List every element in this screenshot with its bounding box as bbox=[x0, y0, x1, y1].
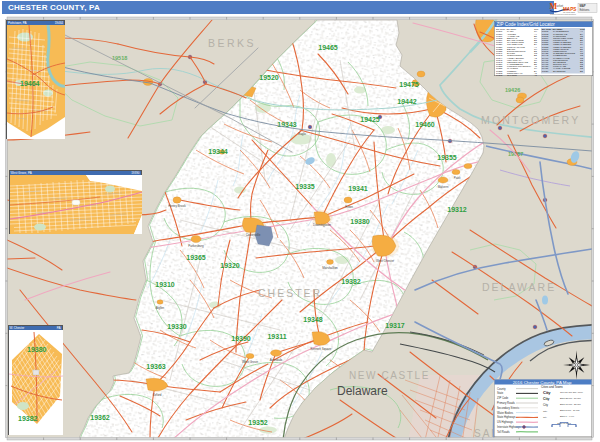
svg-text:West Grove: West Grove bbox=[242, 360, 258, 364]
svg-text:West Chester: West Chester bbox=[376, 259, 394, 263]
svg-text:CHESTER: CHESTER bbox=[258, 287, 322, 299]
svg-text:19355: 19355 bbox=[437, 154, 457, 161]
svg-text:19520: 19520 bbox=[259, 74, 279, 81]
svg-text:Downingtown: Downingtown bbox=[313, 223, 331, 227]
svg-text:19390: 19390 bbox=[231, 335, 251, 342]
svg-text:NEW CASTLE: NEW CASTLE bbox=[349, 370, 430, 381]
svg-text:Exton: Exton bbox=[345, 205, 353, 209]
svg-text:19310: 19310 bbox=[155, 281, 175, 288]
svg-text:Toll Roads: Toll Roads bbox=[497, 429, 510, 433]
svg-text:19380: 19380 bbox=[350, 218, 370, 225]
svg-text:City: City bbox=[543, 402, 549, 406]
svg-text:ZIP Code: ZIP Code bbox=[497, 396, 509, 400]
svg-text:Editions: Editions bbox=[580, 8, 591, 12]
svg-text:City: City bbox=[543, 389, 551, 394]
svg-text:19365: 19365 bbox=[186, 254, 206, 261]
svg-text:19464: 19464 bbox=[20, 80, 40, 87]
svg-text:State: State bbox=[497, 391, 504, 395]
svg-text:Atglen: Atglen bbox=[156, 306, 165, 310]
svg-text:Kennett Square: Kennett Square bbox=[311, 347, 332, 351]
svg-text:City: City bbox=[543, 396, 550, 400]
svg-text:19382: 19382 bbox=[18, 415, 38, 422]
svg-text:19380: 19380 bbox=[27, 346, 47, 353]
svg-text:19465: 19465 bbox=[318, 44, 338, 51]
svg-text:ZIP Code Index/Grid Locator: ZIP Code Index/Grid Locator bbox=[496, 21, 555, 26]
svg-text:DELAWARE: DELAWARE bbox=[482, 281, 556, 293]
svg-text:Primary Roads: Primary Roads bbox=[497, 400, 515, 404]
svg-text:Custom Mapping & Data Solution: Custom Mapping & Data Solutions bbox=[550, 13, 576, 15]
svg-text:County: County bbox=[497, 386, 506, 390]
svg-text:19344: 19344 bbox=[208, 148, 228, 155]
svg-text:19317: 19317 bbox=[385, 322, 405, 329]
svg-text:19311: 19311 bbox=[267, 333, 286, 340]
svg-text:19335: 19335 bbox=[295, 183, 315, 190]
svg-text:Cities and Towns: Cities and Towns bbox=[541, 385, 563, 389]
svg-text:19475: 19475 bbox=[399, 81, 419, 88]
svg-text:Delaware: Delaware bbox=[337, 384, 388, 398]
svg-text:BERKS: BERKS bbox=[208, 37, 256, 49]
svg-text:19348: 19348 bbox=[303, 316, 323, 323]
svg-text:Coatesville: Coatesville bbox=[246, 233, 261, 237]
svg-text:State Highways: State Highways bbox=[497, 415, 516, 419]
svg-text:19320: 19320 bbox=[220, 262, 240, 269]
svg-text:Water Bodies: Water Bodies bbox=[497, 410, 514, 414]
svg-text:19425: 19425 bbox=[360, 116, 380, 123]
svg-text:19363: 19363 bbox=[146, 363, 166, 370]
svg-text:19382: 19382 bbox=[341, 278, 361, 285]
svg-text:Honey Brook: Honey Brook bbox=[168, 204, 186, 208]
svg-text:19352: 19352 bbox=[248, 419, 268, 426]
svg-text:19442: 19442 bbox=[397, 98, 417, 105]
svg-text:19362: 19362 bbox=[90, 414, 110, 421]
svg-text:US Highways: US Highways bbox=[497, 420, 514, 424]
svg-text:Malvern: Malvern bbox=[438, 185, 449, 189]
svg-text:MONTGOMERY: MONTGOMERY bbox=[481, 114, 580, 126]
svg-text:Parkesburg: Parkesburg bbox=[188, 244, 204, 248]
svg-text:19330: 19330 bbox=[167, 323, 187, 330]
svg-text:City: City bbox=[543, 409, 548, 412]
svg-text:Oxford: Oxford bbox=[152, 393, 161, 397]
svg-text:Eagle: Eagle bbox=[298, 132, 306, 136]
svg-text:Marshallton: Marshallton bbox=[322, 266, 338, 270]
svg-text:Paoli: Paoli bbox=[454, 176, 461, 180]
svg-text:19460: 19460 bbox=[415, 121, 435, 128]
svg-text:19341: 19341 bbox=[348, 185, 368, 192]
svg-text:19312: 19312 bbox=[447, 206, 467, 213]
svg-text:Avondale: Avondale bbox=[270, 358, 283, 362]
svg-text:19426: 19426 bbox=[505, 87, 520, 93]
